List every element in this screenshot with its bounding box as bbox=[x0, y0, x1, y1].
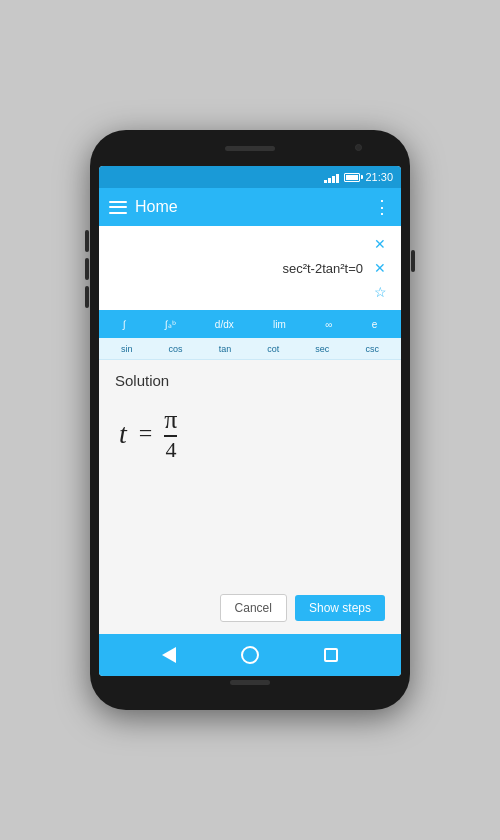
phone-top bbox=[98, 144, 402, 162]
phone-bottom bbox=[98, 680, 402, 685]
phone-screen: 21:30 Home ⋮ ✕ sec²t-2tan²t=0 bbox=[99, 166, 401, 676]
solution-title: Solution bbox=[115, 372, 385, 389]
status-time: 21:30 bbox=[365, 171, 393, 183]
volume-buttons bbox=[85, 230, 89, 308]
camera bbox=[355, 144, 362, 151]
favorite-icon[interactable]: ☆ bbox=[371, 284, 389, 300]
toolbar-euler[interactable]: e bbox=[368, 317, 382, 332]
recents-icon bbox=[324, 648, 338, 662]
show-steps-button[interactable]: Show steps bbox=[295, 595, 385, 621]
solution-panel: Solution t = π 4 Cancel Show steps bbox=[99, 360, 401, 634]
status-bar: 21:30 bbox=[99, 166, 401, 188]
toolbar-integral[interactable]: ∫ bbox=[119, 317, 130, 332]
battery-icon bbox=[344, 173, 360, 182]
solution-equals: = bbox=[139, 420, 153, 447]
input-row-star: ☆ bbox=[111, 282, 389, 302]
input-row-empty: ✕ bbox=[111, 234, 389, 254]
nav-recents-button[interactable] bbox=[320, 644, 342, 666]
fraction-numerator: π bbox=[164, 407, 177, 433]
status-icons: 21:30 bbox=[324, 171, 393, 183]
input-row-expression: sec²t-2tan²t=0 ✕ bbox=[111, 258, 389, 278]
content-area: ✕ sec²t-2tan²t=0 ✕ ☆ ∫ ∫ₐᵇ d/dx lim ∞ bbox=[99, 226, 401, 634]
menu-icon[interactable] bbox=[109, 201, 127, 214]
toolbar-def-integral[interactable]: ∫ₐᵇ bbox=[161, 317, 180, 332]
back-icon bbox=[162, 647, 176, 663]
nav-bar bbox=[99, 634, 401, 676]
input-area: ✕ sec²t-2tan²t=0 ✕ ☆ bbox=[99, 226, 401, 310]
signal-icon bbox=[324, 172, 339, 183]
trig-cos[interactable]: cos bbox=[165, 342, 187, 356]
math-expression[interactable]: sec²t-2tan²t=0 bbox=[111, 261, 371, 276]
nav-home-button[interactable] bbox=[239, 644, 261, 666]
nav-back-button[interactable] bbox=[158, 644, 180, 666]
app-title: Home bbox=[135, 198, 365, 216]
trig-tan[interactable]: tan bbox=[215, 342, 236, 356]
action-buttons: Cancel Show steps bbox=[115, 582, 385, 622]
toolbar-infinity[interactable]: ∞ bbox=[321, 317, 336, 332]
speaker bbox=[225, 146, 275, 151]
power-button bbox=[411, 250, 415, 272]
toolbar-limit[interactable]: lim bbox=[269, 317, 290, 332]
trig-row: sin cos tan cot sec csc bbox=[99, 338, 401, 360]
home-icon bbox=[241, 646, 259, 664]
solution-fraction: π 4 bbox=[164, 407, 177, 461]
math-toolbar: ∫ ∫ₐᵇ d/dx lim ∞ e bbox=[99, 310, 401, 338]
home-button[interactable] bbox=[230, 680, 270, 685]
solution-math: t = π 4 bbox=[115, 399, 385, 469]
more-options-icon[interactable]: ⋮ bbox=[373, 198, 391, 216]
toolbar-derivative[interactable]: d/dx bbox=[211, 317, 238, 332]
fraction-denominator: 4 bbox=[165, 439, 176, 461]
solution-variable: t bbox=[119, 418, 127, 450]
trig-csc[interactable]: csc bbox=[361, 342, 383, 356]
delete-expression-icon[interactable]: ✕ bbox=[371, 260, 389, 276]
app-bar: Home ⋮ bbox=[99, 188, 401, 226]
trig-sec[interactable]: sec bbox=[311, 342, 333, 356]
trig-sin[interactable]: sin bbox=[117, 342, 137, 356]
clear-icon[interactable]: ✕ bbox=[371, 236, 389, 252]
cancel-button[interactable]: Cancel bbox=[220, 594, 287, 622]
trig-cot[interactable]: cot bbox=[263, 342, 283, 356]
phone-frame: 21:30 Home ⋮ ✕ sec²t-2tan²t=0 bbox=[90, 130, 410, 710]
